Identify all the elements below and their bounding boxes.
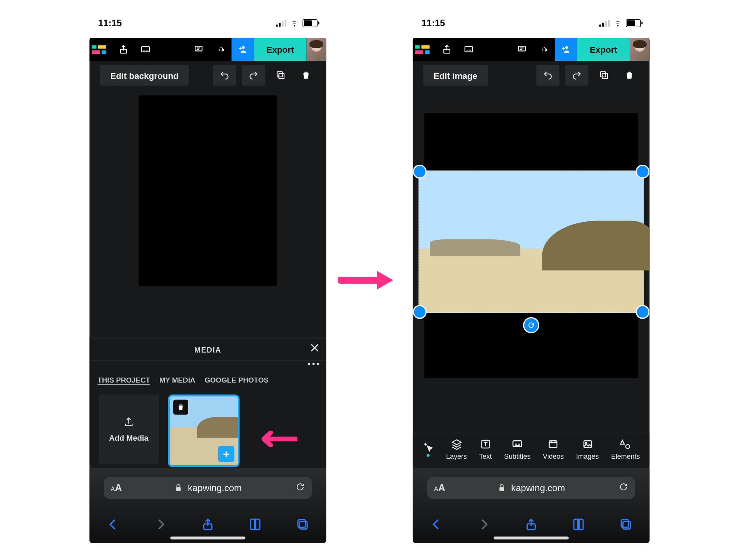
tool-videos[interactable]: Videos: [543, 438, 564, 460]
tool-images[interactable]: Images: [576, 438, 599, 460]
tab-google-photos[interactable]: GOOGLE PHOTOS: [204, 376, 268, 384]
gear-icon[interactable]: [210, 38, 232, 61]
tool-text[interactable]: Text: [479, 438, 492, 460]
tab-my-media[interactable]: MY MEDIA: [159, 376, 195, 384]
media-panel: MEDIA THIS PROJECT MY MEDIA GOOGLE PHOTO…: [90, 338, 326, 465]
thumbnail-delete-icon[interactable]: [173, 400, 188, 415]
svg-rect-9: [298, 520, 306, 527]
home-indicator: [171, 537, 246, 540]
copy-icon[interactable]: [271, 65, 291, 85]
browser-share-icon[interactable]: [524, 517, 538, 533]
svg-rect-24: [621, 520, 629, 527]
url-field[interactable]: AA kapwing.com: [104, 477, 312, 499]
svg-rect-10: [444, 49, 450, 53]
phone-right: 11:15: [404, 12, 658, 548]
canvas-area[interactable]: [413, 90, 650, 419]
text-size-icon[interactable]: AA: [110, 482, 122, 494]
battery-icon: [626, 19, 641, 27]
avatar[interactable]: [630, 38, 650, 61]
svg-rect-19: [584, 440, 591, 447]
forward-button: [477, 517, 491, 533]
share-icon[interactable]: [436, 38, 458, 61]
comments-icon[interactable]: [511, 38, 533, 61]
add-media-label: Add Media: [109, 433, 148, 442]
avatar[interactable]: [307, 38, 326, 61]
status-bar: 11:15: [81, 12, 335, 35]
media-title: MEDIA: [194, 345, 221, 354]
export-button[interactable]: Export: [577, 38, 630, 61]
kapwing-logo-icon[interactable]: [413, 38, 436, 61]
svg-rect-4: [279, 74, 284, 79]
edit-toolbar: Edit background: [90, 61, 326, 90]
edit-background-button[interactable]: Edit background: [100, 65, 189, 85]
battery-icon: [303, 19, 318, 27]
undo-button[interactable]: [213, 65, 236, 85]
bottom-tools: Layers Text Subtitles Videos Images: [413, 433, 650, 465]
thumbnail-add-icon[interactable]: +: [218, 446, 234, 462]
edit-image-button[interactable]: Edit image: [423, 65, 488, 85]
tabs-icon[interactable]: [619, 517, 633, 533]
media-thumbnail[interactable]: +: [168, 395, 240, 467]
resize-handle-tr[interactable]: [636, 165, 650, 179]
tool-elements[interactable]: Elements: [611, 438, 640, 460]
url-text: kapwing.com: [188, 483, 242, 493]
canvas[interactable]: [139, 95, 277, 286]
close-icon[interactable]: [309, 342, 321, 357]
redo-button[interactable]: [242, 65, 265, 85]
media-header: MEDIA: [90, 338, 326, 361]
browser-share-icon[interactable]: [201, 517, 215, 533]
undo-button[interactable]: [537, 65, 560, 85]
caption-icon[interactable]: [458, 38, 480, 61]
status-bar: 11:15: [404, 12, 658, 35]
tab-this-project[interactable]: THIS PROJECT: [98, 376, 150, 384]
svg-rect-14: [602, 74, 608, 79]
resize-handle-tl[interactable]: [413, 165, 427, 179]
resize-handle-br[interactable]: [636, 305, 650, 319]
svg-rect-21: [500, 487, 504, 491]
more-icon[interactable]: [308, 363, 319, 365]
gear-icon[interactable]: [533, 38, 555, 61]
bookmarks-icon[interactable]: [572, 517, 585, 533]
add-person-icon[interactable]: [555, 38, 577, 61]
tabs-icon[interactable]: [296, 517, 309, 533]
trash-icon[interactable]: [296, 65, 316, 85]
svg-point-3: [242, 46, 245, 49]
share-icon[interactable]: [113, 38, 135, 61]
topbar: Export: [413, 38, 650, 61]
trash-icon[interactable]: [620, 65, 639, 85]
tool-click[interactable]: [422, 441, 434, 457]
kapwing-logo-icon[interactable]: [90, 38, 113, 61]
export-button[interactable]: Export: [254, 38, 306, 61]
wifi-icon: [290, 18, 299, 28]
add-media-button[interactable]: Add Media: [99, 395, 159, 464]
bookmarks-icon[interactable]: [248, 517, 262, 533]
redo-button[interactable]: [565, 65, 589, 85]
status-time: 11:15: [421, 18, 445, 28]
forward-button: [154, 517, 167, 533]
copy-icon[interactable]: [594, 65, 614, 85]
caption-icon[interactable]: [135, 38, 157, 61]
url-text: kapwing.com: [511, 483, 565, 493]
lock-icon: [174, 483, 183, 493]
app-right: Export Edit image: [413, 38, 650, 543]
status-time: 11:15: [98, 18, 122, 28]
add-person-icon[interactable]: [232, 38, 254, 61]
back-button[interactable]: [430, 517, 443, 533]
wifi-icon: [613, 18, 622, 28]
text-size-icon[interactable]: AA: [434, 482, 445, 494]
edit-toolbar: Edit image: [413, 61, 650, 90]
back-button[interactable]: [106, 517, 120, 533]
reload-icon[interactable]: [619, 482, 629, 494]
browser-url-bar: AA kapwing.com: [413, 468, 650, 508]
url-field[interactable]: AA kapwing.com: [427, 477, 635, 499]
reload-icon[interactable]: [296, 482, 305, 494]
rotate-handle[interactable]: [523, 317, 539, 333]
selected-image[interactable]: [419, 171, 644, 313]
svg-rect-6: [176, 487, 181, 491]
comments-icon[interactable]: [188, 38, 210, 61]
resize-handle-bl[interactable]: [413, 305, 427, 319]
canvas-area[interactable]: [90, 90, 326, 286]
tool-subtitles[interactable]: Subtitles: [504, 438, 531, 460]
phone-left: 11:15: [81, 12, 335, 548]
tool-layers[interactable]: Layers: [446, 438, 467, 460]
